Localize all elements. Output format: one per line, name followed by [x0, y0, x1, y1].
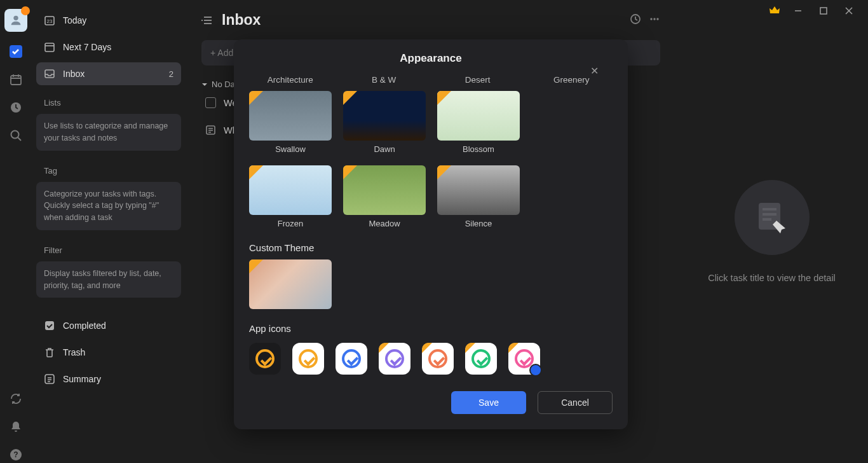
sidebar-item-label: Today: [63, 15, 86, 25]
theme-tile-frozen[interactable]: Frozen: [249, 165, 332, 228]
app-icon-option-3[interactable]: [379, 343, 410, 375]
svg-rect-9: [45, 43, 54, 52]
sidebar-item-label: Summary: [63, 374, 101, 384]
sidebar: 23 Today Next 7 Days Inbox 2 Lists Use l…: [31, 0, 186, 463]
svg-rect-21: [763, 218, 771, 221]
svg-rect-12: [45, 375, 54, 384]
svg-point-4: [11, 131, 18, 139]
empty-illustration: [735, 180, 810, 255]
detail-hint: Click task title to view the detail: [708, 273, 836, 283]
theme-cat[interactable]: Desert: [437, 75, 519, 85]
check-box-icon: [44, 320, 55, 331]
filter-hint: Display tasks filtered by list, date, pr…: [36, 261, 181, 298]
main: Inbox + Add t No Date Welc Wha Appearanc…: [186, 0, 868, 463]
save-button[interactable]: Save: [451, 391, 526, 414]
modal-title: Appearance: [249, 52, 613, 65]
bell-icon[interactable]: [8, 418, 24, 435]
search-icon[interactable]: [8, 127, 24, 144]
sidebar-item-trash[interactable]: Trash: [36, 341, 181, 364]
theme-cat[interactable]: B & W: [343, 75, 426, 85]
app-icon-option-4[interactable]: [422, 343, 454, 375]
theme-cat[interactable]: Greenery: [531, 75, 613, 85]
appearance-modal: Appearance ✕ Architecture B & W Desert G…: [234, 39, 628, 429]
theme-tile-dawn[interactable]: Dawn: [343, 91, 426, 154]
tag-hint: Categorize your tasks with tags. Quickly…: [36, 182, 181, 230]
app-icon-option-5[interactable]: [465, 343, 497, 375]
minimize-button[interactable]: [790, 3, 806, 20]
lists-header: Lists: [36, 89, 181, 110]
svg-rect-11: [45, 321, 54, 330]
sidebar-item-today[interactable]: 23 Today: [36, 9, 181, 32]
sidebar-item-inbox[interactable]: Inbox 2: [36, 62, 181, 85]
sidebar-item-label: Next 7 Days: [63, 42, 111, 52]
summary-icon: [44, 373, 55, 385]
lists-hint: Use lists to categorize and manage your …: [36, 114, 181, 151]
svg-rect-20: [763, 213, 776, 216]
sidebar-item-label: Completed: [63, 321, 106, 331]
sidebar-item-label: Inbox: [63, 69, 85, 79]
theme-tile-blossom[interactable]: Blossom: [437, 91, 520, 154]
custom-theme-header: Custom Theme: [249, 242, 613, 253]
trash-icon: [44, 347, 55, 358]
app-icon-option-2[interactable]: [336, 343, 367, 375]
theme-tile-swallow[interactable]: Swallow: [249, 91, 332, 154]
svg-point-0: [13, 16, 18, 20]
custom-theme-tile[interactable]: [249, 259, 332, 309]
sidebar-item-completed[interactable]: Completed: [36, 314, 181, 337]
theme-label: Swallow: [249, 144, 332, 154]
avatar[interactable]: [4, 9, 27, 32]
list-pane: Inbox + Add t No Date Welc Wha Appearanc…: [186, 0, 675, 463]
calendar-day-icon: 23: [44, 15, 55, 26]
app-icon-option-1[interactable]: [292, 343, 324, 375]
app-icon-option-0[interactable]: [249, 343, 281, 375]
cancel-button[interactable]: Cancel: [538, 391, 613, 414]
theme-label: Dawn: [343, 144, 426, 154]
maximize-button[interactable]: [816, 3, 831, 20]
theme-label: Blossom: [437, 144, 520, 154]
svg-rect-22: [820, 8, 827, 14]
theme-tile-silence[interactable]: Silence: [437, 165, 520, 228]
detail-pane: Click task title to view the detail: [675, 0, 868, 463]
tag-header: Tag: [36, 157, 181, 178]
help-icon[interactable]: ?: [8, 446, 24, 463]
appearance-modal-overlay: Appearance ✕ Architecture B & W Desert G…: [186, 0, 675, 463]
theme-grid: SwallowDawnBlossomFrozenMeadowSilence: [249, 91, 613, 228]
theme-cat[interactable]: Architecture: [249, 75, 332, 85]
premium-crown-icon[interactable]: [769, 4, 780, 18]
theme-category-row: Architecture B & W Desert Greenery: [249, 75, 613, 85]
app-icon-option-6[interactable]: [508, 343, 540, 375]
tasks-icon[interactable]: [8, 43, 24, 60]
sidebar-item-next7[interactable]: Next 7 Days: [36, 36, 181, 59]
sidebar-item-summary[interactable]: Summary: [36, 368, 181, 390]
inbox-icon: [44, 68, 55, 79]
theme-label: Frozen: [249, 219, 332, 228]
close-button[interactable]: [841, 3, 857, 20]
theme-label: Silence: [437, 219, 520, 228]
nav-rail: ?: [0, 0, 31, 463]
svg-rect-10: [45, 70, 54, 78]
theme-label: Meadow: [343, 219, 426, 228]
sync-icon[interactable]: [8, 390, 24, 407]
clock-icon[interactable]: [8, 99, 24, 116]
svg-text:23: 23: [47, 18, 53, 24]
app-icon-row: [249, 343, 613, 375]
sidebar-item-label: Trash: [63, 347, 85, 357]
inbox-count: 2: [169, 69, 173, 79]
svg-text:?: ?: [13, 450, 18, 459]
window-titlebar: [757, 0, 868, 23]
theme-tile-meadow[interactable]: Meadow: [343, 165, 426, 228]
calendar-icon[interactable]: [8, 71, 24, 88]
filter-header: Filter: [36, 237, 181, 258]
svg-rect-19: [763, 208, 776, 211]
close-icon[interactable]: ✕: [590, 65, 599, 77]
calendar-week-icon: [44, 41, 55, 53]
app-icons-header: App icons: [249, 323, 613, 334]
svg-rect-2: [11, 76, 21, 85]
